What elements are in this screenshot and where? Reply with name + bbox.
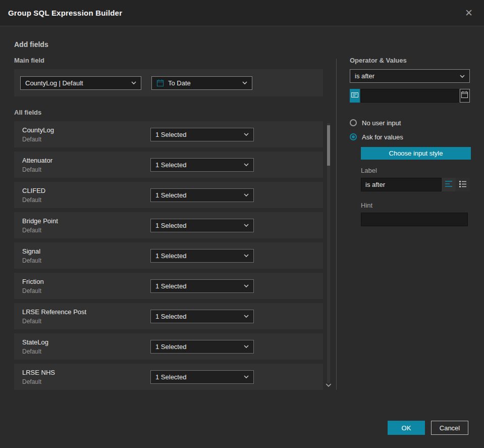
field-selection-value: 1 Selected [155, 313, 240, 320]
main-field-layer-dropdown[interactable]: CountyLog | Default [20, 76, 141, 90]
field-selection-dropdown[interactable]: 1 Selected [150, 310, 254, 323]
field-row: Bridge Point Default 1 Selected [14, 212, 323, 238]
chevron-down-icon [244, 224, 249, 227]
all-fields-label: All fields [14, 109, 323, 116]
field-subtitle: Default [22, 196, 150, 204]
field-subtitle: Default [22, 348, 150, 355]
chevron-down-icon [460, 75, 465, 78]
radio-no-user-input[interactable]: No user input [350, 116, 470, 130]
label-input[interactable] [361, 178, 442, 191]
field-row: Friction Default 1 Selected [14, 273, 323, 299]
field-selection-value: 1 Selected [155, 161, 240, 169]
scrollbar-thumb[interactable] [327, 125, 330, 166]
field-name: LRSE NHS [22, 369, 150, 376]
field-subtitle: Default [22, 227, 150, 234]
field-selection-value: 1 Selected [155, 222, 240, 229]
dialog-footer: OK Cancel [388, 421, 468, 435]
chevron-down-icon [244, 375, 249, 378]
date-value-input[interactable] [361, 89, 459, 103]
dialog-title: Group SQL Expression Builder [8, 9, 122, 17]
add-fields-heading: Add fields [14, 40, 470, 48]
field-name: CountyLog [22, 126, 150, 134]
label-input-group [361, 178, 470, 191]
chevron-down-icon [244, 193, 249, 196]
radio-ask-for-values[interactable]: Ask for values [350, 130, 470, 144]
field-info: CountyLog Default [22, 126, 150, 143]
main-field-date-dropdown[interactable]: To Date [151, 76, 252, 90]
field-selection-dropdown[interactable]: 1 Selected [150, 370, 254, 384]
field-selection-value: 1 Selected [155, 252, 240, 260]
field-row: Attenuator Default 1 Selected [14, 152, 323, 178]
group-sql-expression-builder-dialog: Group SQL Expression Builder ✕ Add field… [0, 0, 484, 448]
calendar-icon [156, 79, 164, 87]
field-subtitle: Default [22, 257, 150, 264]
calendar-picker-button[interactable] [460, 89, 470, 103]
close-icon[interactable]: ✕ [462, 6, 476, 20]
field-type-icon-button[interactable] [350, 89, 360, 103]
field-name: CLIFED [22, 187, 150, 194]
field-subtitle: Default [22, 287, 150, 294]
field-info: LRSE NHS Default [22, 369, 150, 385]
field-row: LRSE NHS Default 1 Selected [14, 364, 323, 390]
align-left-icon [445, 180, 453, 190]
value-row [350, 89, 470, 103]
field-subtitle: Default [22, 166, 150, 173]
field-info: CLIFED Default [22, 187, 150, 204]
calendar-icon [461, 91, 468, 101]
operator-dropdown[interactable]: is after [350, 69, 470, 83]
field-selection-value: 1 Selected [155, 191, 240, 199]
label-caption: Label [361, 167, 470, 174]
scrollbar[interactable] [327, 123, 330, 383]
chevron-down-icon [244, 133, 249, 136]
field-info: StateLog Default [22, 338, 150, 355]
field-selection-dropdown[interactable]: 1 Selected [150, 158, 254, 172]
operator-values-heading: Operator & Values [350, 57, 470, 64]
ok-button[interactable]: OK [388, 421, 425, 435]
field-row: CountyLog Default 1 Selected [14, 121, 323, 147]
field-name: Signal [22, 247, 150, 255]
field-info: LRSE Reference Post Default [22, 308, 150, 325]
field-selection-dropdown[interactable]: 1 Selected [150, 188, 254, 202]
field-info: Attenuator Default [22, 157, 150, 173]
main-field-layer-value: CountyLog | Default [25, 79, 127, 87]
field-selection-dropdown[interactable]: 1 Selected [150, 279, 254, 293]
operator-values-panel: Operator & Values is after [350, 57, 470, 390]
chevron-down-icon [244, 315, 249, 318]
radio-icon [350, 119, 357, 126]
field-type-icon [351, 91, 359, 101]
field-selection-value: 1 Selected [155, 343, 240, 351]
chevron-down-icon [244, 163, 249, 166]
field-info: Bridge Point Default [22, 217, 150, 234]
field-name: Friction [22, 278, 150, 285]
field-name: Bridge Point [22, 217, 150, 225]
dialog-header: Group SQL Expression Builder ✕ [0, 0, 484, 26]
fields-column: Main field CountyLog | Default To Date A… [14, 57, 323, 390]
align-left-style-button[interactable] [442, 178, 456, 191]
hint-input[interactable] [361, 213, 468, 226]
radio-no-user-input-label: No user input [362, 119, 401, 127]
chevron-down-icon [242, 81, 247, 84]
scroll-down-icon[interactable] [326, 380, 332, 389]
cancel-button[interactable]: Cancel [431, 421, 468, 435]
field-name: StateLog [22, 338, 150, 346]
field-selection-dropdown[interactable]: 1 Selected [150, 340, 254, 354]
field-row: LRSE Reference Post Default 1 Selected [14, 303, 323, 329]
choose-input-style-button[interactable]: Choose input style [361, 147, 471, 160]
field-subtitle: Default [22, 136, 150, 143]
field-selection-dropdown[interactable]: 1 Selected [150, 219, 254, 232]
main-field-date-value: To Date [168, 79, 234, 87]
main-field-strip: CountyLog | Default To Date [14, 69, 323, 96]
hint-caption: Hint [361, 202, 470, 209]
list-style-button[interactable] [456, 178, 470, 191]
chevron-down-icon [244, 345, 249, 348]
field-selection-dropdown[interactable]: 1 Selected [150, 128, 254, 141]
field-row: StateLog Default 1 Selected [14, 333, 323, 360]
field-info: Signal Default [22, 247, 150, 264]
field-selection-value: 1 Selected [155, 282, 240, 290]
field-selection-dropdown[interactable]: 1 Selected [150, 249, 254, 263]
field-selection-value: 1 Selected [155, 131, 240, 138]
radio-selected-icon [350, 133, 357, 140]
field-selection-value: 1 Selected [155, 373, 240, 381]
main-field-label: Main field [14, 57, 323, 64]
field-name: LRSE Reference Post [22, 308, 150, 316]
